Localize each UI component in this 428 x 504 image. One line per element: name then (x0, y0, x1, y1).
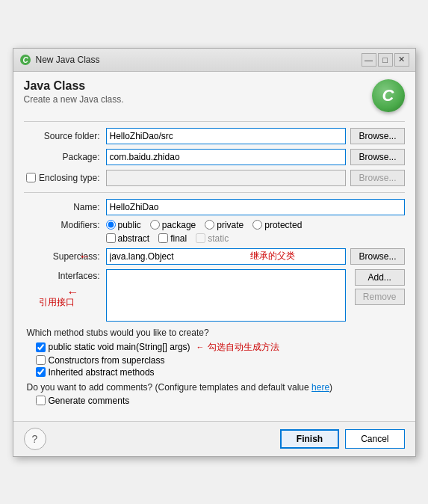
svg-text:C: C (22, 56, 28, 64)
new-java-class-dialog: C New Java Class — □ ✕ Java Class Create… (13, 48, 416, 457)
superclass-input-wrapper: 继承的父类 (106, 248, 347, 265)
modifier-package-label: package (162, 220, 196, 230)
separator-1 (24, 121, 405, 122)
package-row: Package: Browse... (24, 149, 405, 165)
modifier-protected-label: protected (264, 220, 302, 230)
comments-question-prefix: Do you want to add comments? (Configure … (27, 382, 312, 393)
maximize-button[interactable]: □ (378, 53, 393, 67)
interfaces-buttons: Add... Remove (350, 269, 405, 322)
final-checkbox[interactable] (158, 233, 168, 243)
interfaces-label: Interfaces: (24, 269, 106, 322)
abstract-label: abstract (118, 233, 150, 244)
generate-comments-text: Generate comments (49, 396, 130, 406)
modifier-protected-radio[interactable] (252, 220, 262, 230)
modifier-private-option[interactable]: private (205, 220, 244, 230)
header-subtitle: Create a new Java class. (24, 94, 124, 105)
source-folder-row: Source folder: Browse... (24, 128, 405, 144)
stub-arrow-icon: ← (196, 342, 205, 351)
interfaces-list (106, 269, 346, 322)
enclosing-type-row: Enclosing type: Browse... (24, 170, 405, 186)
interfaces-annotation: 引用接口 (39, 296, 75, 309)
generate-comments-row: Generate comments (24, 396, 405, 406)
static-option[interactable]: static (196, 233, 229, 244)
header-text: Java Class Create a new Java class. (24, 79, 124, 105)
stub-constructors-text: Constructors from superclass (49, 355, 165, 366)
modifiers-label: Modifiers: (24, 220, 106, 230)
close-button[interactable]: ✕ (394, 53, 409, 67)
source-folder-input[interactable] (106, 128, 347, 144)
name-input[interactable] (106, 199, 405, 215)
modifier-public-option[interactable]: public (106, 220, 141, 230)
modifier-public-label: public (118, 220, 141, 230)
interfaces-section: Interfaces: ← 引用接口 Add... Remove (24, 269, 405, 322)
modifier-package-radio[interactable] (150, 220, 160, 230)
static-checkbox[interactable] (196, 233, 205, 243)
interfaces-remove-button[interactable]: Remove (355, 289, 405, 305)
header-title: Java Class (24, 79, 124, 93)
title-bar-left: C New Java Class (19, 54, 100, 66)
stub-inherited-text: Inherited abstract methods (49, 367, 155, 378)
enclosing-type-browse-button[interactable]: Browse... (350, 170, 404, 186)
dialog-body: Java Class Create a new Java class. C So… (13, 72, 415, 421)
header-section: Java Class Create a new Java class. C (24, 79, 405, 112)
final-option[interactable]: final (158, 233, 187, 244)
stub-row-3: Inherited abstract methods (24, 367, 405, 378)
package-label: Package: (24, 152, 106, 162)
stubs-section: Which method stubs would you like to cre… (24, 328, 405, 378)
stub-1-label[interactable]: public static void main(String[] args) (36, 342, 190, 352)
modifier-package-option[interactable]: package (150, 220, 196, 230)
cancel-button[interactable]: Cancel (345, 429, 404, 449)
abstract-checkbox[interactable] (106, 233, 116, 243)
name-row: Name: (24, 199, 405, 215)
generate-comments-label[interactable]: Generate comments (36, 396, 130, 406)
comments-here-link[interactable]: here (311, 382, 329, 393)
stub-1-container: public static void main(String[] args) ←… (24, 341, 405, 354)
superclass-input[interactable] (106, 248, 347, 265)
superclass-label: Superclass: (24, 251, 106, 262)
enclosing-type-checkbox[interactable] (26, 173, 36, 182)
generate-comments-checkbox[interactable] (36, 396, 46, 405)
source-folder-label: Source folder: (24, 131, 106, 141)
package-input[interactable] (106, 149, 347, 165)
title-bar: C New Java Class — □ ✕ (13, 49, 415, 72)
static-label: static (208, 233, 229, 244)
modifier-private-label: private (217, 220, 244, 230)
dialog-icon: C (19, 54, 31, 66)
title-controls: — □ ✕ (362, 53, 409, 67)
stub-main-checkbox[interactable] (36, 342, 46, 352)
stub-row-2: Constructors from superclass (24, 355, 405, 366)
interfaces-add-button[interactable]: Add... (355, 269, 405, 286)
source-folder-browse-button[interactable]: Browse... (350, 128, 404, 144)
abstract-option[interactable]: abstract (106, 233, 150, 244)
name-label: Name: (24, 202, 106, 212)
comments-section: Do you want to add comments? (Configure … (24, 382, 405, 406)
enclosing-type-input[interactable] (106, 170, 347, 186)
stub-constructors-checkbox[interactable] (36, 355, 46, 365)
stub-main-text: public static void main(String[] args) (49, 342, 190, 352)
package-browse-button[interactable]: Browse... (350, 149, 404, 165)
modifier-public-radio[interactable] (106, 220, 116, 230)
dialog-footer: ? Finish Cancel (13, 421, 415, 456)
superclass-row: Superclass: ← 继承的父类 Browse... (24, 248, 405, 265)
superclass-browse-button[interactable]: Browse... (350, 248, 404, 265)
modifiers-row-2: abstract final static (24, 233, 405, 244)
comments-question-suffix: ) (329, 382, 332, 393)
stub-3-label[interactable]: Inherited abstract methods (36, 367, 155, 378)
modifiers-options: public package private protected (106, 220, 303, 230)
stubs-question: Which method stubs would you like to cre… (24, 328, 405, 338)
stub-inherited-checkbox[interactable] (36, 367, 46, 377)
stub-annotation: 勾选自动生成方法 (208, 341, 279, 354)
separator-2 (24, 192, 405, 193)
final-label: final (170, 233, 187, 244)
modifier-private-radio[interactable] (205, 220, 214, 230)
comments-question: Do you want to add comments? (Configure … (24, 382, 405, 393)
stub-row-1: public static void main(String[] args) ←… (24, 341, 405, 354)
help-button[interactable]: ? (24, 428, 46, 450)
minimize-button[interactable]: — (362, 53, 376, 67)
enclosing-type-label: Enclosing type: (39, 173, 99, 183)
stub-2-label[interactable]: Constructors from superclass (36, 355, 165, 366)
modifiers-row: Modifiers: public package private protec… (24, 220, 405, 230)
finish-button[interactable]: Finish (280, 429, 339, 449)
eclipse-logo: C (372, 79, 405, 112)
modifier-protected-option[interactable]: protected (252, 220, 302, 230)
